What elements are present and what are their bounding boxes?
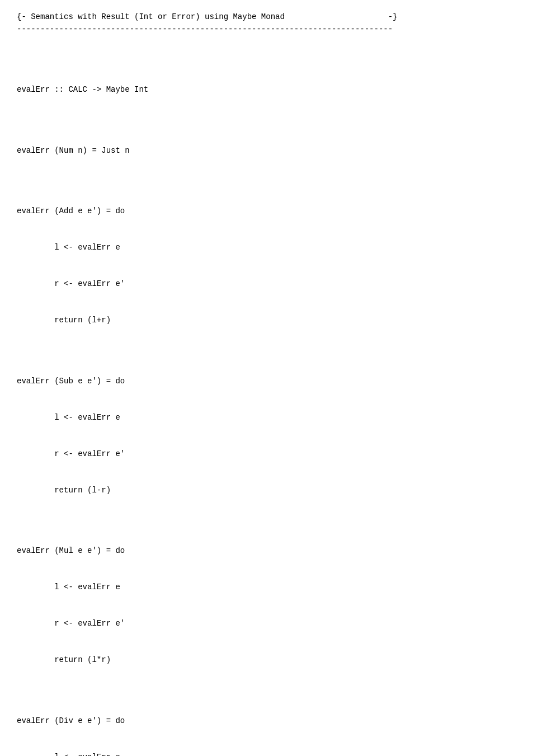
code-line: return (l+r) [17,314,520,327]
code-line: r <- evalErr e' [17,448,520,461]
code-line: evalErr (Div e e') = do [17,715,520,727]
page-content: {- Semantics with Result (Int or Error) … [17,11,520,756]
code-line: r <- evalErr e' [17,278,520,290]
section1-header: {- Semantics with Result (Int or Error) … [17,12,398,21]
code-line: evalErr (Mul e e') = do [17,545,520,557]
separator-top-1: {- Semantics with Result (Int or Error) … [17,11,520,24]
code-line: l <- evalErr e [17,412,520,424]
code-line: return (l-r) [17,485,520,497]
section1-code: evalErr :: CALC -> Maybe Int evalErr (Nu… [17,35,520,756]
code-line: r <- evalErr e' [17,618,520,630]
code-line: evalErr :: CALC -> Maybe Int [17,84,520,96]
code-line: l <- evalErr e [17,581,520,594]
code-line: l <- evalErr e [17,752,520,756]
code-line: evalErr (Add e e') = do [17,205,520,218]
code-line: evalErr (Sub e e') = do [17,375,520,388]
separator-line-1: ----------------------------------------… [17,24,520,36]
code-line: return (l*r) [17,654,520,666]
code-line: l <- evalErr e [17,242,520,254]
code-line: evalErr (Num n) = Just n [17,145,520,157]
